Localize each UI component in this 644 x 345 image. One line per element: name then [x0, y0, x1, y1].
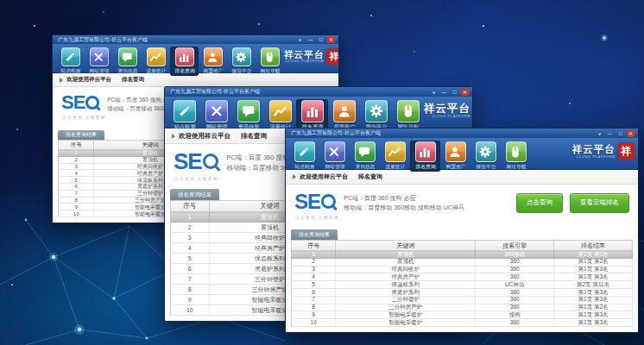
toolbar-item-gear[interactable]: 微信平台 — [470, 141, 501, 172]
cell-keyword: 经典房产炉 — [336, 273, 476, 281]
table-row[interactable]: 3经典回收炉360第1页 第3名 — [292, 266, 633, 273]
toolbar-item-mouse[interactable]: 网址导航 — [501, 141, 531, 172]
toolbar-item-user[interactable]: 商盟推广 — [440, 141, 470, 172]
cell-keyword: 置顶机 — [336, 251, 476, 259]
cell-rank: 第2页 第11名 — [554, 281, 633, 289]
table-row[interactable]: 1置顶机360移动第1页 第1名 — [292, 251, 633, 259]
app-window[interactable]: 广东九鼎工贸有限公司-祥云平台客户端 v — □ ✕ 站点检测网站管理资讯信息流… — [285, 128, 639, 333]
seo-slogan: 点击查询 全面掌握 — [174, 176, 218, 181]
pencil-icon — [174, 100, 196, 122]
table-header-row: 序号 关键词 搜索引擎 排名结果 — [292, 241, 633, 251]
cell-index: 5 — [59, 177, 94, 184]
cell-keyword: 智能电采暖炉 — [336, 311, 476, 319]
cell-index: 5 — [292, 281, 336, 289]
table-row[interactable]: 4经典房产炉360第1页 第3名 — [292, 273, 633, 281]
titlebar[interactable]: 广东九鼎工贸有限公司-祥云平台客户端 v — □ ✕ — [286, 129, 638, 138]
toolbar-item-message[interactable]: 资讯信息 — [232, 99, 264, 132]
cell-index: 7 — [292, 296, 336, 304]
toolbar-item-bar-chart[interactable]: 排名查询 — [410, 141, 440, 172]
cell-index: 8 — [292, 304, 336, 311]
brand-logo: 祥云平台 CLOUD PLATFORM 祥 — [284, 47, 339, 65]
cell-index: 4 — [171, 243, 210, 254]
titlebar[interactable]: 广东九鼎工贸有限公司-祥云平台客户端 v — □ ✕ — [165, 87, 472, 97]
skin-button[interactable]: v — [430, 89, 438, 96]
close-button[interactable]: ✕ — [627, 130, 635, 137]
minimize-button[interactable]: — — [440, 89, 448, 96]
bar-chart-icon — [175, 47, 194, 66]
cell-rank: 第1页 第2名 — [554, 304, 633, 311]
maximize-button[interactable]: □ — [317, 36, 325, 43]
table-row[interactable]: 2置顶机360第1页 第2名 — [292, 258, 633, 266]
cell-index: 8 — [59, 197, 94, 204]
toolbar-item-bar-chart[interactable]: 排名查询 — [170, 47, 199, 76]
cell-index: 1 — [292, 251, 336, 259]
cell-index: 10 — [59, 210, 94, 217]
gear-icon — [365, 100, 388, 122]
cell-keyword: 保温板系列 — [336, 281, 476, 289]
tab-results[interactable]: 排名查询结果 — [291, 229, 338, 240]
breadcrumb-section: 排名查询 — [358, 172, 382, 181]
maximize-button[interactable]: □ — [616, 130, 624, 137]
toolbar-item-pencil[interactable]: 站点检测 — [289, 141, 319, 172]
window-title: 广东九鼎工贸有限公司-祥云平台客户端 — [291, 129, 596, 137]
toolbar-item-tools[interactable]: 网站管理 — [85, 47, 113, 76]
results-table: 序号 关键词 搜索引擎 排名结果 1置顶机360移动第1页 第1名2置顶机360… — [291, 240, 633, 327]
toolbar-item-pencil[interactable]: 站点检测 — [168, 99, 200, 132]
table-row[interactable]: 8三分钟房产炉360第1页 第2名 — [292, 304, 633, 311]
titlebar[interactable]: 广东九鼎工贸有限公司-祥云平台客户端 v — □ ✕ — [53, 35, 338, 44]
table-row[interactable]: 6黑遮炉系列360第1页 第3名 — [292, 288, 633, 296]
tab-results[interactable]: 排名查询结果 — [170, 189, 219, 200]
window-title: 广东九鼎工贸有限公司-祥云平台客户端 — [58, 36, 296, 44]
maximize-button[interactable]: □ — [451, 89, 458, 96]
toolbar-item-mouse[interactable]: 网址导航 — [256, 47, 284, 76]
bar-chart-icon — [415, 141, 436, 162]
pencil-icon — [61, 47, 80, 66]
tab-results[interactable]: 排名查询结果 — [58, 130, 104, 140]
toolbar-row: 站点检测网站管理资讯信息流量统计排名查询商盟推广微信平台网址导航 祥云平台 CL… — [53, 44, 338, 73]
table-row[interactable]: 5保温板系列UC神马第2页 第11名 — [292, 281, 633, 289]
cell-index: 4 — [292, 273, 336, 281]
cell-engine: 360 — [476, 288, 554, 296]
cell-index: 5 — [171, 254, 210, 264]
green-arrow-icon — [60, 78, 63, 83]
toolbar-item-line-chart[interactable]: 流量统计 — [380, 141, 410, 172]
cell-rank: 第1页 第1名 — [554, 251, 633, 259]
brand-logo: 祥云平台 CLOUD PLATFORM 祥 — [424, 99, 473, 120]
table-row[interactable]: 9智能电采暖炉搜狗第1页 第3名 — [292, 311, 633, 319]
mobile-engines-line: 移动端：百度移动 360移动 搜狗移动 UC神马 — [344, 204, 464, 213]
minimize-button[interactable]: — — [306, 36, 314, 43]
green-arrow-icon — [293, 174, 296, 179]
results-table-body: 1置顶机360移动第1页 第1名2置顶机360第1页 第2名3经典回收炉360第… — [292, 251, 633, 327]
table-row[interactable]: 7三分钟壁炉360第1页 第3名 — [292, 296, 633, 304]
cell-index: 10 — [292, 319, 336, 327]
breadcrumb-welcome: 欢迎使用祥云平台 — [300, 172, 348, 181]
cell-index: 9 — [171, 295, 210, 305]
toolbar-item-line-chart[interactable]: 流量统计 — [142, 47, 170, 76]
cell-engine: 360 — [476, 319, 554, 327]
toolbar-row: 站点检测网站管理资讯信息流量统计排名查询商盟推广微信平台网址导航 祥云平台 CL… — [286, 138, 638, 170]
view-cloud-rank-button[interactable]: 查看云端排名 — [570, 193, 629, 213]
query-button[interactable]: 点击查询 — [516, 193, 563, 213]
toolbar-item-pencil[interactable]: 站点检测 — [56, 47, 85, 76]
toolbar-item-label: 商盟推广 — [445, 163, 465, 171]
toolbar-item-gear[interactable]: 微信平台 — [227, 47, 256, 76]
toolbar-item-message[interactable]: 资讯信息 — [113, 47, 142, 76]
mouse-icon — [261, 47, 280, 66]
close-button[interactable]: ✕ — [327, 36, 335, 43]
minimize-button[interactable]: — — [606, 130, 614, 137]
line-chart-icon — [269, 100, 292, 122]
brand-subtitle: CLOUD PLATFORM — [284, 60, 324, 63]
close-button[interactable]: ✕ — [461, 89, 469, 96]
seo-logo: SE 点击查询 全面掌握 — [61, 91, 99, 117]
toolbar-item-message[interactable]: 资讯信息 — [350, 141, 380, 172]
toolbar-item-tools[interactable]: 网站管理 — [319, 141, 350, 172]
toolbar-item-label: 网站管理 — [205, 123, 227, 131]
skin-button[interactable]: v — [296, 36, 304, 43]
header-index: 序号 — [171, 201, 210, 212]
brand-name: 祥云平台 — [424, 104, 470, 115]
toolbar-item-tools[interactable]: 网站管理 — [200, 99, 232, 132]
toolbar-item-label: 微信平台 — [231, 67, 251, 75]
table-row[interactable]: 10智能电采暖炉360第1页 第3名 — [292, 319, 633, 327]
skin-button[interactable]: v — [596, 130, 603, 137]
toolbar-item-user[interactable]: 商盟推广 — [199, 47, 227, 76]
